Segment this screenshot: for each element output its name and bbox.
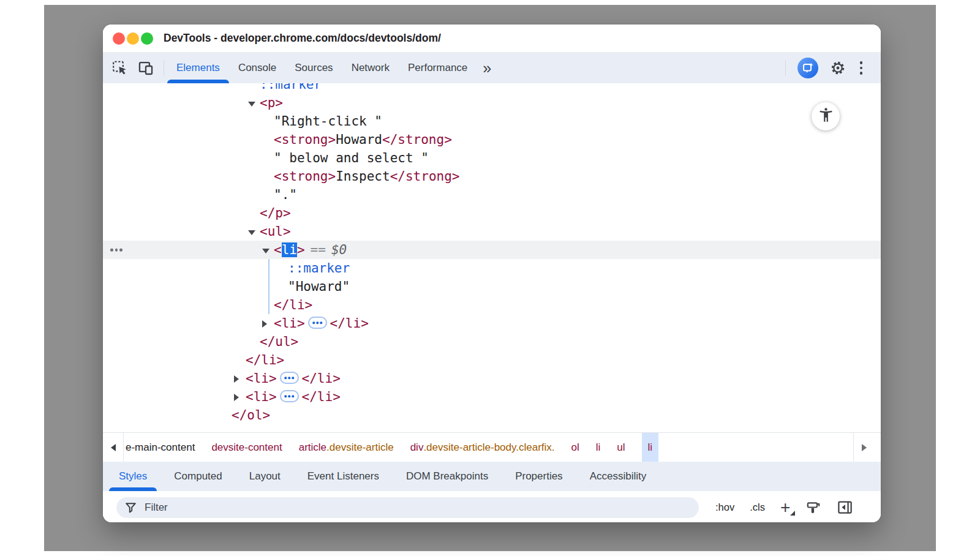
- breadcrumb-tag: e-main-content: [126, 441, 195, 454]
- close-window-button[interactable]: [113, 32, 125, 45]
- token-tag: </li>: [246, 353, 284, 367]
- expand-arrow-icon[interactable]: [234, 394, 239, 401]
- token-tag: </li>: [302, 371, 341, 386]
- dom-tree-rows: ::marker<p>"Right-click "<strong>Howard<…: [103, 83, 881, 424]
- dom-tree-row[interactable]: <li></li>: [103, 369, 881, 388]
- toggle-element-classes-button[interactable]: .cls: [750, 502, 765, 513]
- paint-roller-icon[interactable]: [805, 500, 821, 516]
- tab-computed[interactable]: Computed: [164, 462, 232, 491]
- tab-dom-breakpoints[interactable]: DOM Breakpoints: [396, 462, 498, 491]
- dom-tree-row[interactable]: ".": [103, 186, 881, 204]
- tab-elements[interactable]: Elements: [167, 53, 229, 83]
- tab-properties[interactable]: Properties: [505, 462, 572, 491]
- dom-tree-row[interactable]: </li>: [103, 351, 881, 369]
- collapse-arrow-icon[interactable]: [262, 249, 270, 254]
- tab-sources[interactable]: Sources: [285, 53, 342, 83]
- device-toolbar-icon[interactable]: [138, 60, 154, 76]
- breadcrumb-tag: div: [410, 441, 424, 454]
- row-options-dots-icon[interactable]: [110, 249, 123, 252]
- dom-tree-row[interactable]: <li>==$0: [103, 241, 881, 259]
- token-tag: </strong>: [382, 132, 452, 147]
- traffic-lights: [113, 32, 153, 45]
- breadcrumb-scroll-left-button[interactable]: [103, 433, 124, 462]
- breadcrumb-item-devsite-content[interactable]: devsite-content: [211, 433, 282, 462]
- dom-tree-row[interactable]: ::marker: [103, 83, 881, 94]
- main-tabs: ElementsConsoleSourcesNetworkPerformance: [167, 53, 477, 83]
- dom-tree-row[interactable]: </li>: [103, 296, 881, 314]
- collapse-arrow-icon[interactable]: [248, 230, 255, 235]
- token-tag: <p>: [260, 96, 283, 110]
- token-tag: <: [274, 242, 282, 257]
- dom-tree-row[interactable]: <li></li>: [103, 314, 881, 332]
- dom-tree-row[interactable]: <p>: [103, 94, 881, 112]
- collapsed-content-ellipsis[interactable]: [308, 317, 327, 329]
- expand-arrow-icon[interactable]: [234, 375, 239, 383]
- desktop-background: DevTools - developer.chrome.com/docs/dev…: [44, 5, 936, 551]
- breadcrumb-tag: li: [648, 441, 653, 454]
- breadcrumb-item-div[interactable]: div.devsite-article-body.clearfix.: [410, 433, 555, 462]
- breadcrumb-item-e-main-content[interactable]: e-main-content: [126, 433, 195, 462]
- dom-tree-row[interactable]: </ol>: [103, 406, 881, 424]
- token-text: "Right-click ": [274, 114, 382, 129]
- tab-network[interactable]: Network: [342, 53, 399, 83]
- breadcrumb-tag: ul: [617, 441, 625, 454]
- dom-tree-row[interactable]: " below and select ": [103, 149, 881, 167]
- styles-filter-field[interactable]: [116, 497, 699, 518]
- tab-layout[interactable]: Layout: [239, 462, 290, 491]
- window-titlebar: DevTools - developer.chrome.com/docs/dev…: [103, 24, 881, 53]
- tab-performance[interactable]: Performance: [399, 53, 477, 83]
- expand-arrow-icon[interactable]: [262, 320, 267, 328]
- token-tag: </ol>: [232, 408, 270, 423]
- zoom-window-button[interactable]: [141, 32, 153, 45]
- toolbar-right-divider: [785, 60, 786, 76]
- token-text: Inspect: [336, 169, 390, 184]
- devtools-window: DevTools - developer.chrome.com/docs/dev…: [103, 24, 881, 522]
- token-tag: <li>: [246, 371, 277, 386]
- dom-tree-row[interactable]: <strong>Inspect</strong>: [103, 167, 881, 186]
- token-tag: <ul>: [260, 224, 291, 239]
- collapsed-content-ellipsis[interactable]: [280, 372, 299, 384]
- more-options-icon[interactable]: [858, 59, 865, 77]
- breadcrumb-item-li[interactable]: li: [596, 433, 601, 462]
- tab-event-listeners[interactable]: Event Listeners: [298, 462, 389, 491]
- dom-tree-row[interactable]: ::marker: [103, 259, 881, 277]
- dock-sidebar-icon[interactable]: [837, 499, 853, 516]
- breadcrumb-scroll-right-button[interactable]: [853, 433, 874, 462]
- dom-tree-row[interactable]: <li></li>: [103, 388, 881, 406]
- filter-input[interactable]: [143, 501, 691, 514]
- tab-accessibility[interactable]: Accessibility: [580, 462, 657, 491]
- toolbar-left-group: [112, 60, 164, 76]
- breadcrumb-item-ul[interactable]: ul: [617, 433, 625, 462]
- ai-assistant-icon[interactable]: [797, 58, 818, 78]
- breadcrumb-item-ol[interactable]: ol: [571, 433, 579, 462]
- plus-icon: +: [780, 498, 790, 517]
- dom-tree-row[interactable]: <strong>Howard</strong>: [103, 130, 881, 149]
- collapse-arrow-icon[interactable]: [248, 102, 255, 107]
- more-tabs-button[interactable]: »: [483, 54, 492, 82]
- token-tag: <strong>: [274, 169, 336, 184]
- settings-gear-icon[interactable]: [830, 60, 846, 76]
- breadcrumb-class: .devsite-article-body.clearfix.: [423, 441, 554, 454]
- inspect-element-icon[interactable]: [112, 60, 128, 76]
- minimize-window-button[interactable]: [127, 32, 139, 45]
- token-tag: >: [297, 242, 305, 257]
- dom-tree-row[interactable]: </ul>: [103, 332, 881, 351]
- triangle-left-icon: [111, 444, 116, 451]
- tab-styles[interactable]: Styles: [109, 462, 157, 491]
- breadcrumb-item-article[interactable]: article.devsite-article: [299, 433, 394, 462]
- toggle-element-state-button[interactable]: :hov: [715, 502, 734, 513]
- token-text: " below and select ": [274, 151, 429, 165]
- new-style-rule-button[interactable]: +: [780, 502, 790, 514]
- dom-tree-row[interactable]: </p>: [103, 204, 881, 222]
- dom-tree-row[interactable]: "Howard": [103, 277, 881, 296]
- collapsed-content-ellipsis[interactable]: [280, 390, 299, 402]
- accessibility-overlay-button[interactable]: [812, 102, 840, 130]
- toolbar-divider: [164, 60, 164, 76]
- filter-funnel-icon: [124, 501, 137, 514]
- token-tag: </ul>: [260, 334, 298, 349]
- dom-tree-row[interactable]: <ul>: [103, 222, 881, 241]
- tab-console[interactable]: Console: [229, 53, 285, 83]
- dom-tree-row[interactable]: "Right-click ": [103, 112, 881, 130]
- breadcrumb-item-li[interactable]: li: [642, 433, 659, 462]
- token-text: ".": [274, 187, 297, 202]
